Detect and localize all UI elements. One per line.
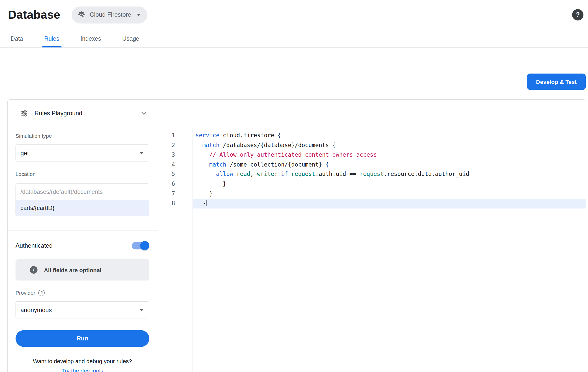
info-banner: i All fields are optional [16, 259, 150, 281]
line-number: 4 [158, 160, 175, 170]
simulation-type-select[interactable]: get [16, 145, 150, 162]
line-number: 6 [158, 179, 175, 189]
tune-icon [20, 110, 28, 117]
line-number: 1 [158, 131, 175, 141]
tab-data[interactable]: Data [8, 30, 26, 48]
tab-indexes[interactable]: Indexes [78, 30, 104, 48]
tab-label: Rules [44, 35, 59, 42]
firestore-icon [77, 11, 86, 19]
rules-playground-header[interactable]: Rules Playground [8, 100, 158, 128]
location-path-input[interactable] [20, 204, 144, 211]
provider-help-icon[interactable]: ? [38, 289, 45, 296]
line-number: 3 [158, 150, 175, 160]
rules-card: Rules Playground Simulation type get [7, 99, 586, 372]
tab-label: Indexes [81, 35, 101, 42]
tab-label: Data [11, 35, 23, 42]
line-number: 7 [158, 189, 175, 199]
try-dev-tools-link[interactable]: Try the dev tools [61, 367, 103, 372]
rules-editor: 12345678 service cloud.firestore { match… [158, 127, 586, 372]
chevron-down-icon [137, 14, 141, 16]
tab-bar: Data Rules Indexes Usage [0, 30, 588, 48]
authenticated-row: Authenticated [16, 241, 150, 250]
simulation-type-label: Simulation type [16, 133, 150, 139]
firebase-console-page: Database Cloud Firestore ? Dat [0, 0, 588, 372]
tab-usage[interactable]: Usage [120, 30, 142, 48]
chevron-down-icon [140, 152, 144, 154]
run-button[interactable]: Run [16, 330, 150, 347]
tab-label: Usage [122, 35, 139, 42]
location-input-group [16, 183, 150, 216]
info-banner-text: All fields are optional [44, 267, 102, 273]
actions-row: Develop & Test [0, 48, 588, 90]
authenticated-label: Authenticated [16, 242, 53, 249]
location-label: Location [16, 171, 150, 178]
page-title: Database [8, 8, 60, 22]
location-prefix-row [16, 184, 149, 200]
rules-playground-panel: Simulation type get Location [8, 127, 158, 372]
code-line[interactable]: // Allow only authenticated content owne… [193, 150, 586, 160]
product-selector-label: Cloud Firestore [90, 11, 131, 18]
line-number: 2 [158, 141, 175, 150]
tab-rules[interactable]: Rules [42, 30, 62, 48]
editor-code[interactable]: service cloud.firestore { match /databas… [193, 127, 586, 208]
editor-gutter: 12345678 [158, 127, 192, 372]
toggle-thumb [140, 241, 149, 250]
code-line[interactable]: match /databases/{database}/documents { [193, 141, 586, 150]
line-number: 5 [158, 170, 175, 179]
authenticated-toggle[interactable] [131, 241, 149, 250]
editor-toolbar [158, 100, 586, 128]
provider-select[interactable]: anonymous [16, 301, 150, 319]
panel-divider [8, 230, 158, 231]
dev-tools-link-wrap: Try the dev tools [16, 367, 150, 372]
help-button[interactable]: ? [572, 9, 583, 20]
code-line[interactable]: } [193, 199, 586, 208]
code-line[interactable]: match /some_collection/{document} { [193, 160, 586, 170]
provider-value: anonymous [20, 307, 52, 313]
provider-label: Provider [16, 289, 35, 296]
provider-row: Provider ? [16, 289, 150, 296]
info-icon: i [30, 266, 38, 274]
code-line[interactable]: } [193, 189, 586, 199]
product-selector-chip[interactable]: Cloud Firestore [71, 6, 148, 24]
text-cursor [207, 200, 207, 206]
topbar: Database Cloud Firestore ? [0, 0, 588, 30]
location-prefix-input[interactable] [20, 189, 144, 195]
develop-test-button[interactable]: Develop & Test [527, 74, 586, 90]
code-line[interactable]: } [193, 179, 586, 189]
code-line[interactable]: service cloud.firestore { [193, 131, 586, 141]
line-number: 8 [158, 199, 175, 208]
collapse-panel-button[interactable] [140, 109, 148, 118]
simulation-type-value: get [20, 150, 29, 156]
dev-tools-question: Want to develop and debug your rules? [16, 358, 150, 365]
chevron-down-icon [140, 309, 144, 311]
location-value-row [16, 200, 149, 216]
rules-playground-title: Rules Playground [35, 110, 82, 117]
code-line[interactable]: allow read, write: if request.auth.uid =… [193, 170, 586, 179]
